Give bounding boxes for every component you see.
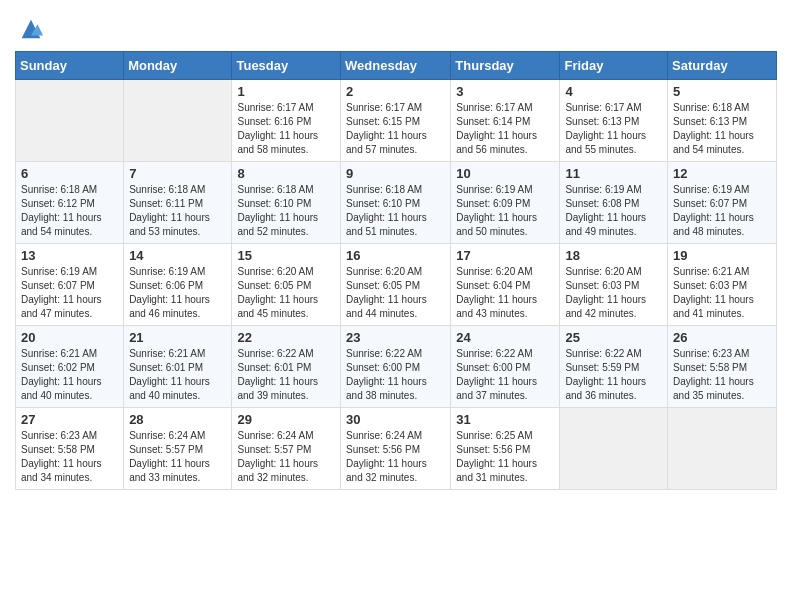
cell-content: Sunrise: 6:22 AMSunset: 6:01 PMDaylight:…: [237, 347, 335, 403]
calendar-week-row: 13Sunrise: 6:19 AMSunset: 6:07 PMDayligh…: [16, 244, 777, 326]
day-number: 25: [565, 330, 662, 345]
calendar-cell: 1Sunrise: 6:17 AMSunset: 6:16 PMDaylight…: [232, 80, 341, 162]
calendar-cell: 20Sunrise: 6:21 AMSunset: 6:02 PMDayligh…: [16, 326, 124, 408]
calendar-cell: 27Sunrise: 6:23 AMSunset: 5:58 PMDayligh…: [16, 408, 124, 490]
cell-content: Sunrise: 6:20 AMSunset: 6:05 PMDaylight:…: [237, 265, 335, 321]
cell-content: Sunrise: 6:19 AMSunset: 6:08 PMDaylight:…: [565, 183, 662, 239]
cell-content: Sunrise: 6:17 AMSunset: 6:14 PMDaylight:…: [456, 101, 554, 157]
cell-content: Sunrise: 6:17 AMSunset: 6:15 PMDaylight:…: [346, 101, 445, 157]
day-number: 9: [346, 166, 445, 181]
day-number: 17: [456, 248, 554, 263]
day-number: 5: [673, 84, 771, 99]
weekday-header-saturday: Saturday: [668, 52, 777, 80]
calendar-cell: 17Sunrise: 6:20 AMSunset: 6:04 PMDayligh…: [451, 244, 560, 326]
calendar-cell: [668, 408, 777, 490]
calendar-week-row: 6Sunrise: 6:18 AMSunset: 6:12 PMDaylight…: [16, 162, 777, 244]
cell-content: Sunrise: 6:19 AMSunset: 6:07 PMDaylight:…: [673, 183, 771, 239]
calendar-cell: 6Sunrise: 6:18 AMSunset: 6:12 PMDaylight…: [16, 162, 124, 244]
calendar-cell: 3Sunrise: 6:17 AMSunset: 6:14 PMDaylight…: [451, 80, 560, 162]
cell-content: Sunrise: 6:18 AMSunset: 6:11 PMDaylight:…: [129, 183, 226, 239]
calendar-cell: 11Sunrise: 6:19 AMSunset: 6:08 PMDayligh…: [560, 162, 668, 244]
day-number: 15: [237, 248, 335, 263]
day-number: 19: [673, 248, 771, 263]
calendar-cell: 5Sunrise: 6:18 AMSunset: 6:13 PMDaylight…: [668, 80, 777, 162]
calendar-week-row: 1Sunrise: 6:17 AMSunset: 6:16 PMDaylight…: [16, 80, 777, 162]
calendar-cell: 28Sunrise: 6:24 AMSunset: 5:57 PMDayligh…: [124, 408, 232, 490]
day-number: 12: [673, 166, 771, 181]
calendar-cell: 4Sunrise: 6:17 AMSunset: 6:13 PMDaylight…: [560, 80, 668, 162]
day-number: 8: [237, 166, 335, 181]
calendar-cell: 14Sunrise: 6:19 AMSunset: 6:06 PMDayligh…: [124, 244, 232, 326]
cell-content: Sunrise: 6:17 AMSunset: 6:16 PMDaylight:…: [237, 101, 335, 157]
day-number: 26: [673, 330, 771, 345]
calendar-cell: 24Sunrise: 6:22 AMSunset: 6:00 PMDayligh…: [451, 326, 560, 408]
cell-content: Sunrise: 6:20 AMSunset: 6:04 PMDaylight:…: [456, 265, 554, 321]
weekday-header-friday: Friday: [560, 52, 668, 80]
cell-content: Sunrise: 6:19 AMSunset: 6:06 PMDaylight:…: [129, 265, 226, 321]
cell-content: Sunrise: 6:25 AMSunset: 5:56 PMDaylight:…: [456, 429, 554, 485]
day-number: 28: [129, 412, 226, 427]
logo: [15, 15, 45, 43]
calendar-cell: 22Sunrise: 6:22 AMSunset: 6:01 PMDayligh…: [232, 326, 341, 408]
day-number: 7: [129, 166, 226, 181]
weekday-header-wednesday: Wednesday: [341, 52, 451, 80]
cell-content: Sunrise: 6:22 AMSunset: 5:59 PMDaylight:…: [565, 347, 662, 403]
weekday-header-tuesday: Tuesday: [232, 52, 341, 80]
calendar-cell: 12Sunrise: 6:19 AMSunset: 6:07 PMDayligh…: [668, 162, 777, 244]
day-number: 24: [456, 330, 554, 345]
cell-content: Sunrise: 6:24 AMSunset: 5:57 PMDaylight:…: [129, 429, 226, 485]
day-number: 1: [237, 84, 335, 99]
calendar-cell: 21Sunrise: 6:21 AMSunset: 6:01 PMDayligh…: [124, 326, 232, 408]
cell-content: Sunrise: 6:19 AMSunset: 6:09 PMDaylight:…: [456, 183, 554, 239]
day-number: 23: [346, 330, 445, 345]
cell-content: Sunrise: 6:18 AMSunset: 6:12 PMDaylight:…: [21, 183, 118, 239]
day-number: 22: [237, 330, 335, 345]
cell-content: Sunrise: 6:23 AMSunset: 5:58 PMDaylight:…: [21, 429, 118, 485]
weekday-header-monday: Monday: [124, 52, 232, 80]
cell-content: Sunrise: 6:21 AMSunset: 6:03 PMDaylight:…: [673, 265, 771, 321]
cell-content: Sunrise: 6:19 AMSunset: 6:07 PMDaylight:…: [21, 265, 118, 321]
day-number: 6: [21, 166, 118, 181]
cell-content: Sunrise: 6:21 AMSunset: 6:02 PMDaylight:…: [21, 347, 118, 403]
calendar-cell: 18Sunrise: 6:20 AMSunset: 6:03 PMDayligh…: [560, 244, 668, 326]
calendar-week-row: 20Sunrise: 6:21 AMSunset: 6:02 PMDayligh…: [16, 326, 777, 408]
cell-content: Sunrise: 6:22 AMSunset: 6:00 PMDaylight:…: [456, 347, 554, 403]
calendar-cell: [124, 80, 232, 162]
calendar-cell: 15Sunrise: 6:20 AMSunset: 6:05 PMDayligh…: [232, 244, 341, 326]
cell-content: Sunrise: 6:24 AMSunset: 5:56 PMDaylight:…: [346, 429, 445, 485]
logo-icon: [17, 15, 45, 43]
calendar-week-row: 27Sunrise: 6:23 AMSunset: 5:58 PMDayligh…: [16, 408, 777, 490]
day-number: 18: [565, 248, 662, 263]
cell-content: Sunrise: 6:18 AMSunset: 6:10 PMDaylight:…: [237, 183, 335, 239]
calendar-cell: 30Sunrise: 6:24 AMSunset: 5:56 PMDayligh…: [341, 408, 451, 490]
day-number: 11: [565, 166, 662, 181]
calendar-cell: 19Sunrise: 6:21 AMSunset: 6:03 PMDayligh…: [668, 244, 777, 326]
calendar-cell: 26Sunrise: 6:23 AMSunset: 5:58 PMDayligh…: [668, 326, 777, 408]
page-container: SundayMondayTuesdayWednesdayThursdayFrid…: [0, 0, 792, 500]
calendar-cell: 31Sunrise: 6:25 AMSunset: 5:56 PMDayligh…: [451, 408, 560, 490]
calendar-cell: 10Sunrise: 6:19 AMSunset: 6:09 PMDayligh…: [451, 162, 560, 244]
day-number: 27: [21, 412, 118, 427]
day-number: 4: [565, 84, 662, 99]
day-number: 10: [456, 166, 554, 181]
day-number: 31: [456, 412, 554, 427]
calendar-cell: 2Sunrise: 6:17 AMSunset: 6:15 PMDaylight…: [341, 80, 451, 162]
day-number: 21: [129, 330, 226, 345]
cell-content: Sunrise: 6:23 AMSunset: 5:58 PMDaylight:…: [673, 347, 771, 403]
cell-content: Sunrise: 6:17 AMSunset: 6:13 PMDaylight:…: [565, 101, 662, 157]
cell-content: Sunrise: 6:18 AMSunset: 6:10 PMDaylight:…: [346, 183, 445, 239]
day-number: 14: [129, 248, 226, 263]
day-number: 13: [21, 248, 118, 263]
day-number: 30: [346, 412, 445, 427]
cell-content: Sunrise: 6:20 AMSunset: 6:03 PMDaylight:…: [565, 265, 662, 321]
weekday-header-thursday: Thursday: [451, 52, 560, 80]
weekday-header-row: SundayMondayTuesdayWednesdayThursdayFrid…: [16, 52, 777, 80]
day-number: 20: [21, 330, 118, 345]
calendar-cell: 8Sunrise: 6:18 AMSunset: 6:10 PMDaylight…: [232, 162, 341, 244]
weekday-header-sunday: Sunday: [16, 52, 124, 80]
day-number: 3: [456, 84, 554, 99]
calendar-cell: [16, 80, 124, 162]
calendar-cell: 25Sunrise: 6:22 AMSunset: 5:59 PMDayligh…: [560, 326, 668, 408]
cell-content: Sunrise: 6:21 AMSunset: 6:01 PMDaylight:…: [129, 347, 226, 403]
calendar-cell: 9Sunrise: 6:18 AMSunset: 6:10 PMDaylight…: [341, 162, 451, 244]
